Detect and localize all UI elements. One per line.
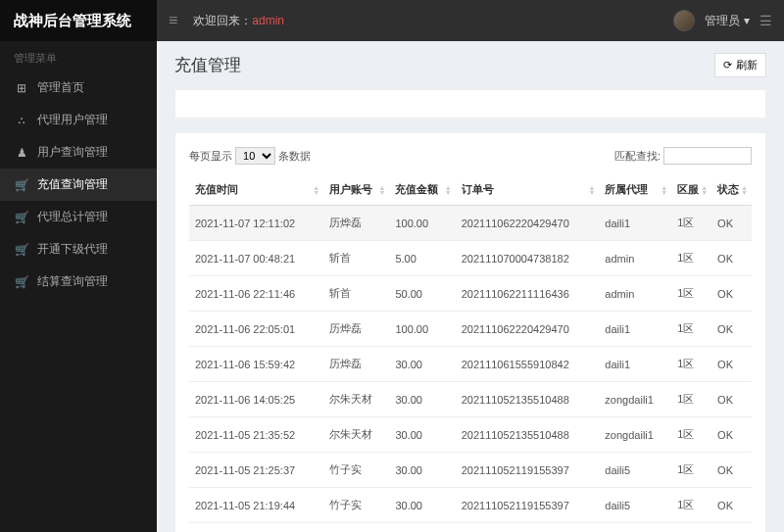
cell-amount: 100.00 [389,312,455,347]
welcome-text: 欢迎回来：admin [193,13,284,29]
menu-section-title: 管理菜单 [0,41,157,72]
sidebar-item-label: 代理总计管理 [37,209,108,225]
cell-agent: daili1 [599,347,671,382]
cell-agent: daili5 [599,488,671,523]
cell-user: 尔朱天材 [323,382,389,417]
menu-toggle-icon[interactable]: ≡ [169,12,177,29]
sidebar-item-label: 用户查询管理 [37,144,108,161]
table-row[interactable]: 2021-11-06 15:59:42历烨磊30.002021110615559… [189,347,752,382]
cart-icon: 🛒 [14,211,29,224]
cell-zone: 1区 [671,276,711,312]
cell-amount: 30.00 [389,417,455,453]
cell-order: 202111052135510488 [456,382,600,417]
sort-icon: ▲▼ [588,185,595,195]
cell-time: 2021-11-06 15:59:42 [189,347,323,382]
cart-icon: 🛒 [14,243,29,257]
col-header-1[interactable]: 用户账号▲▼ [323,174,389,206]
cell-amount: 30.00 [389,347,455,382]
cell-status: OK [711,206,752,241]
sort-icon: ▲▼ [445,185,452,195]
cell-time: 2021-11-05 21:19:44 [189,488,323,523]
cell-agent: daili5 [599,453,671,488]
cell-agent: zongdaili1 [599,382,671,417]
page-length-select[interactable]: 10 [235,147,275,165]
col-header-3[interactable]: 订单号▲▼ [456,174,600,206]
cell-time: 2021-11-06 14:05:25 [189,382,323,417]
cell-user: 历烨磊 [323,206,389,241]
sidebar-item-4[interactable]: 🛒代理总计管理 [0,201,157,233]
sidebar-item-5[interactable]: 🛒开通下级代理 [0,233,157,266]
sidebar-item-0[interactable]: ⊞管理首页 [0,72,157,104]
sidebar-item-3[interactable]: 🛒充值查询管理 [0,169,157,201]
cell-user: 斩首 [323,241,389,276]
col-header-6[interactable]: 状态▲▼ [711,174,752,206]
cell-zone: 1区 [671,453,711,488]
table-row[interactable]: 2021-11-06 14:05:25尔朱天材30.00202111052135… [189,382,752,417]
cell-zone: 1区 [671,347,711,382]
avatar[interactable] [673,10,695,31]
user-dropdown[interactable]: 管理员 ▾ [705,13,750,29]
sidebar-item-1[interactable]: ⛬代理用户管理 [0,104,157,136]
cell-amount: 50.00 [389,276,455,312]
cell-status: OK [711,523,752,533]
sort-icon: ▲▼ [378,185,385,195]
cell-order: 202111051958166532 [456,523,600,533]
col-header-5[interactable]: 区服▲▼ [671,174,711,206]
table-row[interactable]: 2021-11-05 21:35:52尔朱天材30.00202111052135… [189,417,752,453]
cell-time: 2021-11-06 22:11:46 [189,276,323,312]
cell-agent: admin [599,241,671,276]
page-length-control: 每页显示 10 条数据 [189,147,311,165]
search-control: 匹配查找: [614,147,752,165]
cell-user: 花落谁家 [323,523,389,533]
refresh-icon: ⟳ [723,59,732,72]
cell-order: 202111052119155397 [456,488,600,523]
table-row[interactable]: 2021-11-05 21:19:44竹子实30.002021110521191… [189,488,752,523]
cell-user: 历烨磊 [323,347,389,382]
sort-icon: ▲▼ [661,185,667,195]
cell-amount: 30.00 [389,453,455,488]
sidebar-item-2[interactable]: ♟用户查询管理 [0,136,157,169]
cell-agent: admin [599,276,671,312]
sidebar-item-label: 代理用户管理 [37,112,108,128]
cell-zone: 1区 [671,312,711,347]
table-row[interactable]: 2021-11-07 00:48:21斩首5.00202111070004738… [189,241,752,276]
sidebar-item-label: 结算查询管理 [37,273,108,290]
cell-status: OK [711,312,752,347]
cell-user: 尔朱天材 [323,417,389,453]
cell-agent: daili1 [599,312,671,347]
search-input[interactable] [663,147,752,165]
topbar: ≡ 欢迎回来：admin 管理员 ▾ ☰ [157,0,784,41]
table-row[interactable]: 2021-11-07 12:11:02历烨磊100.00202111062220… [189,206,752,241]
table-row[interactable]: 2021-11-05 21:25:37竹子实30.002021110521191… [189,453,752,488]
cell-user: 竹子实 [323,488,389,523]
cell-zone: 1区 [671,488,711,523]
cell-amount: 30.00 [389,382,455,417]
table-row[interactable]: 2021-11-06 22:11:46斩首50.0020211106221111… [189,276,752,312]
col-header-0[interactable]: 充值时间▲▼ [189,174,323,206]
cell-time: 2021-11-05 20:03:49 [189,523,323,533]
table-row[interactable]: 2021-11-05 20:03:49花落谁家30.00202111051958… [189,523,752,533]
dashboard-icon: ⊞ [14,81,29,95]
user-icon: ♟ [14,146,29,160]
col-header-2[interactable]: 充值金额▲▼ [389,174,455,206]
sort-icon: ▲▼ [701,185,708,195]
chevron-down-icon: ▾ [744,14,750,27]
data-panel: 每页显示 10 条数据 匹配查找: 充值时间▲▼用户账号▲▼充值金额▲▼订单号▲… [174,132,766,532]
settings-icon[interactable]: ☰ [760,13,772,28]
cell-status: OK [711,241,752,276]
cell-status: OK [711,382,752,417]
cell-time: 2021-11-05 21:35:52 [189,417,323,453]
cell-order: 202111062220429470 [456,312,600,347]
page-title: 充值管理 [174,54,241,76]
sidebar-item-6[interactable]: 🛒结算查询管理 [0,266,157,298]
refresh-button[interactable]: ⟳ 刷新 [714,53,766,77]
sitemap-icon: ⛬ [14,114,29,127]
cell-zone: 1区 [671,241,711,276]
cell-order: 202111061555910842 [456,347,600,382]
cell-order: 202111070004738182 [456,241,600,276]
table-row[interactable]: 2021-11-06 22:05:01历烨磊100.00202111062220… [189,312,752,347]
cell-status: OK [711,417,752,453]
col-header-4[interactable]: 所属代理▲▼ [599,174,671,206]
sidebar-item-label: 充值查询管理 [37,176,108,193]
cell-zone: 1区 [671,417,711,453]
